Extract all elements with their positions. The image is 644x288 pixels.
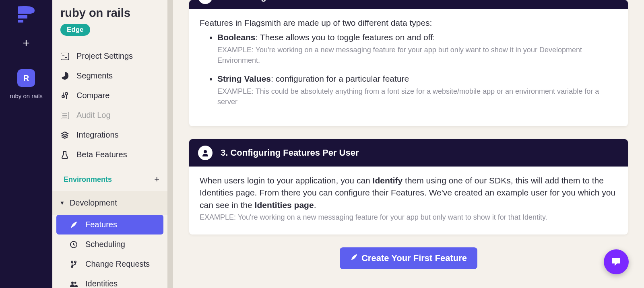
subnav-label: Scheduling [85,240,125,249]
compare-icon [60,92,69,100]
step2-intro: Features in Flagsmith are made up of two… [200,17,617,29]
step3-part1: When users login to your application, yo… [200,176,373,185]
step2-header: 2 2. Creating A Feature [189,0,628,9]
nav-segments[interactable]: Segments [52,66,167,86]
rocket-icon [69,221,78,228]
chat-icon [611,256,622,267]
step2-title: 2. Creating A Feature [221,0,309,2]
project-badge-label: ruby on rails [10,93,43,99]
chat-fab[interactable] [604,249,629,274]
add-environment-button[interactable]: + [154,174,159,185]
nav-label: Integrations [76,130,119,140]
nav-label: Beta Features [76,150,127,159]
step3-header: 3. Configuring Features Per User [189,139,628,167]
step2-bool-example: EXAMPLE: You're working on a new messagi… [217,45,617,66]
add-project-button[interactable]: + [23,37,30,49]
step3-title: 3. Configuring Features Per User [221,148,359,158]
subnav-label: Change Requests [85,259,150,269]
subnav-label: Identities [85,279,118,288]
nav-label: Audit Log [76,111,111,120]
step3-body: When users login to your application, yo… [189,167,628,235]
svg-point-11 [204,150,207,153]
step2-str-desc: : configuration for a particular feature [271,74,409,83]
edge-badge: Edge [60,24,90,36]
svg-point-9 [74,282,76,284]
step2-str-label: String Values [217,74,271,83]
nav-label: Segments [76,71,113,80]
step2-bool-label: Booleans [217,33,256,42]
svg-rect-2 [65,57,67,58]
create-first-feature-button[interactable]: Create Your First Feature [340,247,477,269]
nav-label: Project Settings [76,51,133,61]
sidenav: ruby on rails Edge Project Settings Segm… [52,0,173,288]
environments-header: Environments + [52,165,167,191]
step3-part3: . [314,200,316,210]
step2-body: Features in Flagsmith are made up of two… [189,9,628,126]
users-icon [69,281,78,287]
nav-compare[interactable]: Compare [52,86,167,105]
step2-bool-item: Booleans: These allows you to toggle fea… [217,31,617,66]
subnav-label: Features [85,220,117,229]
nav-label: Compare [76,91,109,100]
step2-card: 2 2. Creating A Feature Features in Flag… [189,0,628,126]
cta-label: Create Your First Feature [361,253,467,263]
svg-rect-0 [61,53,69,60]
svg-text:2: 2 [204,0,207,0]
environments-label: Environments [64,175,112,184]
step3-text: When users login to your application, yo… [200,175,617,211]
project-badge[interactable]: R [17,69,35,87]
logo[interactable] [15,4,37,25]
step3-identify: Identify [373,176,403,185]
nav-beta-features[interactable]: Beta Features [52,145,167,165]
layers-icon [60,131,69,139]
clock-icon [69,241,78,248]
step3-card: 3. Configuring Features Per User When us… [189,139,628,235]
step3-user-icon [198,146,213,160]
step2-number-icon: 2 [198,0,213,4]
subnav-change-requests[interactable]: Change Requests [56,254,163,274]
pie-icon [60,72,69,80]
branch-icon [69,261,78,268]
caret-down-icon: ▼ [60,200,65,206]
svg-point-8 [71,282,74,284]
step2-str-example: EXAMPLE: This could be absolutely anythi… [217,86,617,107]
flask-icon [60,151,69,159]
list-icon [60,112,69,119]
step3-identities-page: Identities page [255,200,314,210]
settings-icon [60,53,69,60]
project-title: ruby on rails [52,5,167,24]
rail: + R ruby on rails [0,0,52,288]
env-group-label: Development [70,198,117,208]
svg-rect-1 [62,55,64,56]
cta-wrap: Create Your First Feature [189,247,628,269]
nav-project-settings[interactable]: Project Settings [52,46,167,66]
rocket-icon [350,253,357,263]
subnav-scheduling[interactable]: Scheduling [56,235,163,254]
env-group-development[interactable]: ▼ Development [52,191,167,215]
subnav-features[interactable]: Features [56,215,163,235]
step3-example: EXAMPLE: You're working on a new messagi… [200,212,617,222]
step2-bool-desc: : These allows you to toggle features on… [256,33,435,42]
main-content: 2 2. Creating A Feature Features in Flag… [173,0,644,288]
step2-str-item: String Values: configuration for a parti… [217,73,617,107]
nav-integrations[interactable]: Integrations [52,125,167,145]
subnav-identities[interactable]: Identities [56,274,163,288]
nav-audit-log[interactable]: Audit Log [52,105,167,125]
logo-icon [15,4,37,23]
